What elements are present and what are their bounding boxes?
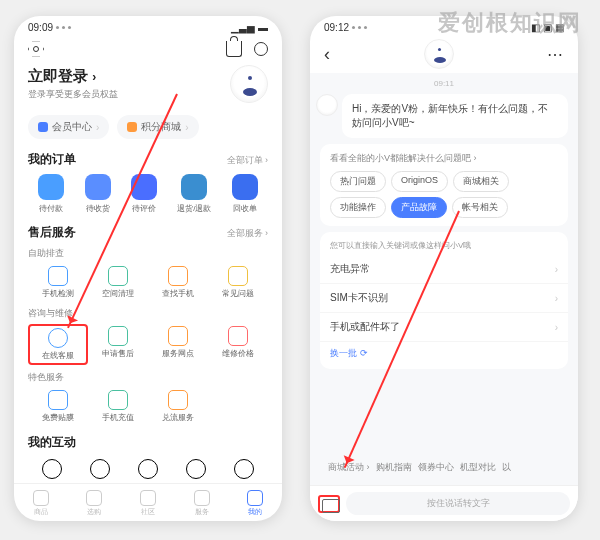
back-icon[interactable]: ‹ [324, 44, 330, 65]
repair-price[interactable]: 维修价格 [208, 324, 268, 365]
faq-sim[interactable]: SIM卡不识别› [320, 284, 568, 313]
bottom-chip-row: 商城活动 › 购机指南 领券中心 机型对比 以 [320, 456, 568, 479]
data-service[interactable]: 兑流服务 [148, 388, 208, 425]
bchip-compare[interactable]: 机型对比 [460, 461, 496, 474]
special-subhead: 特色服务 [28, 371, 268, 384]
topics-title[interactable]: 看看全能的小V都能解决什么问题吧 › [330, 152, 558, 165]
chip-originos[interactable]: OriginOS [391, 171, 448, 192]
coin-icon [127, 122, 137, 132]
section-title: 我的互动 [28, 434, 76, 451]
apply-aftersale[interactable]: 申请售后 [88, 324, 148, 365]
phone-detect[interactable]: 手机检测 [28, 264, 88, 301]
chip-function[interactable]: 功能操作 [330, 197, 386, 218]
section-title: 售后服务 [28, 224, 76, 241]
chip-product-fault[interactable]: 产品故障 [391, 197, 447, 218]
chat-timestamp: 09:11 [320, 79, 568, 88]
status-bar: 09:09 ▁▃▅ ▬ [14, 16, 282, 35]
service-point[interactable]: 服务网点 [148, 324, 208, 365]
bot-avatar[interactable] [424, 39, 454, 69]
chip-hot[interactable]: 热门问题 [330, 171, 386, 192]
order-pending-pay[interactable]: 待付款 [38, 174, 64, 214]
interact-icon-3[interactable] [138, 459, 158, 479]
find-phone[interactable]: 查找手机 [148, 264, 208, 301]
cart-icon[interactable] [226, 41, 242, 57]
orders-more[interactable]: 全部订单 › [227, 154, 269, 167]
interaction-section: 我的互动 [14, 430, 282, 483]
section-title: 我的订单 [28, 151, 76, 168]
tab-goods[interactable]: 商品 [33, 490, 49, 517]
aftersale-section: 售后服务 全部服务 › 自助排查 手机检测 空间清理 查找手机 常见问题 咨询与… [14, 220, 282, 430]
member-center-pill[interactable]: 会员中心 › [28, 115, 109, 139]
greeting-bubble: Hi，亲爱的V粉，新年快乐！有什么问题，不妨问问小V吧~ [342, 94, 568, 138]
faq[interactable]: 常见问题 [208, 264, 268, 301]
phone-pair: 09:09 ▁▃▅ ▬ 立即登录 › 登录享受更多会员权益 [0, 0, 600, 537]
faq-card: 您可以直接输入关键词或像这样问小V哦 充电异常› SIM卡不识别› 手机或配件坏… [320, 232, 568, 369]
space-clean[interactable]: 空间清理 [88, 264, 148, 301]
faq-refresh[interactable]: 换一批 ⟳ [320, 342, 568, 365]
bchip-more[interactable]: 以 [502, 461, 511, 474]
diamond-icon [38, 122, 48, 132]
interact-icon-5[interactable] [234, 459, 254, 479]
consult-subhead: 咨询与维修 [28, 307, 268, 320]
pill-row: 会员中心 › 积分商城 › [14, 111, 282, 147]
status-time: 09:09 [28, 22, 53, 33]
order-pending-receive[interactable]: 待收货 [85, 174, 111, 214]
chip-account[interactable]: 帐号相关 [452, 197, 508, 218]
online-service[interactable]: 在线客服 [28, 324, 88, 365]
tab-bar: 商品 选购 社区 服务 我的 [14, 483, 282, 521]
chip-mall[interactable]: 商城相关 [453, 171, 509, 192]
watermark: 爱创根知识网 [438, 8, 582, 38]
login-row[interactable]: 立即登录 › 登录享受更多会员权益 [14, 63, 282, 111]
empty-slot [208, 388, 268, 425]
signal-icon: ▁▃▅ [231, 22, 255, 33]
more-icon[interactable]: ⋯ [547, 45, 564, 64]
tab-mine[interactable]: 我的 [247, 490, 263, 517]
free-film[interactable]: 免费贴膜 [28, 388, 88, 425]
login-subtitle: 登录享受更多会员权益 [28, 88, 118, 101]
interact-icon-1[interactable] [42, 459, 62, 479]
phone-left: 09:09 ▁▃▅ ▬ 立即登录 › 登录享受更多会员权益 [14, 16, 282, 521]
interact-icon-4[interactable] [186, 459, 206, 479]
faq-charging[interactable]: 充电异常› [320, 255, 568, 284]
battery-icon: ▬ [258, 22, 268, 33]
input-bar: 按住说话转文字 [310, 485, 578, 521]
faq-broken[interactable]: 手机或配件坏了› [320, 313, 568, 342]
keyboard-icon[interactable] [318, 495, 340, 513]
interact-icon-2[interactable] [90, 459, 110, 479]
message-icon[interactable] [254, 42, 268, 56]
status-time: 09:12 [324, 22, 349, 33]
order-refund[interactable]: 退货/退款 [177, 174, 211, 214]
selfcheck-subhead: 自助排查 [28, 247, 268, 260]
login-title: 立即登录 › [28, 67, 118, 86]
page-header [14, 35, 282, 63]
bchip-guide[interactable]: 购机指南 [376, 461, 412, 474]
phone-right: 09:12 ◧ ▣ ▦ ‹ ⋯ 09:11 Hi，亲爱的V粉，新年快乐！有什么问… [310, 16, 578, 521]
chat-header: ‹ ⋯ [310, 35, 578, 73]
chat-body: 09:11 Hi，亲爱的V粉，新年快乐！有什么问题，不妨问问小V吧~ 看看全能的… [310, 73, 578, 485]
topics-card: 看看全能的小V都能解决什么问题吧 › 热门问题 OriginOS 商城相关 功能… [320, 144, 568, 226]
bchip-coupon[interactable]: 领券中心 [418, 461, 454, 474]
avatar[interactable] [230, 65, 268, 103]
tab-shop[interactable]: 选购 [86, 490, 102, 517]
tab-community[interactable]: 社区 [140, 490, 156, 517]
settings-icon[interactable] [28, 41, 44, 57]
tab-service[interactable]: 服务 [194, 490, 210, 517]
order-recycle[interactable]: 回收单 [232, 174, 258, 214]
phone-recharge[interactable]: 手机充值 [88, 388, 148, 425]
voice-input[interactable]: 按住说话转文字 [346, 492, 570, 515]
aftersale-more[interactable]: 全部服务 › [227, 227, 269, 240]
